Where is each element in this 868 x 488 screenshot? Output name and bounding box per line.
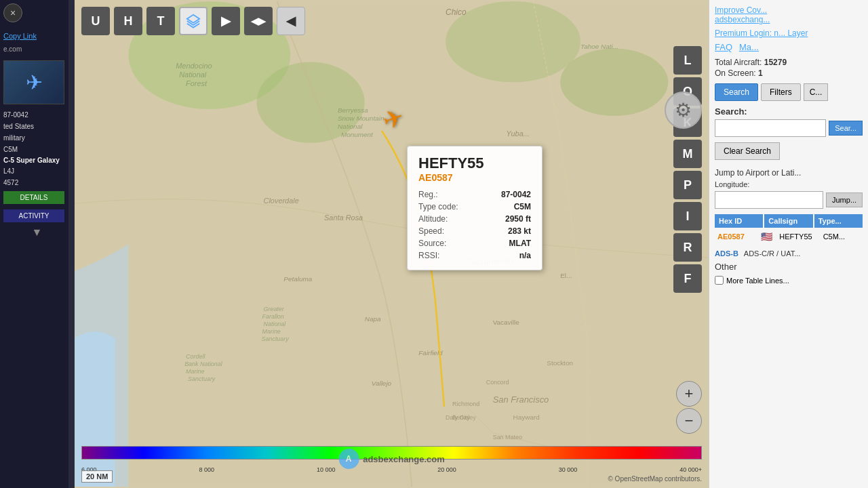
reg-info: 87-0042 bbox=[3, 110, 71, 119]
popup-speed-val: 283 kt bbox=[508, 226, 531, 236]
svg-text:San Francisco: San Francisco bbox=[493, 394, 549, 405]
svg-text:Vallejo: Vallejo bbox=[372, 380, 392, 387]
map-btn-r[interactable]: R bbox=[673, 233, 702, 262]
col-callsign[interactable]: Callsign bbox=[764, 214, 812, 228]
other-row: Other bbox=[715, 262, 863, 272]
longitude-label: Longitude: bbox=[715, 180, 863, 188]
svg-text:Napa: Napa bbox=[365, 315, 381, 323]
squawk-info: L4J bbox=[3, 167, 71, 176]
details-button[interactable]: DETAILS bbox=[3, 191, 64, 204]
filter-adsc[interactable]: ADS-C/R / UAT... bbox=[744, 249, 801, 258]
map-area[interactable]: Sacramento Santa Rosa Petaluma Napa Fair… bbox=[75, 0, 709, 488]
svg-text:Concord: Concord bbox=[486, 379, 509, 386]
svg-text:Yuba...: Yuba... bbox=[507, 129, 530, 138]
copy-link[interactable]: Copy Link bbox=[3, 30, 71, 41]
popup-alt-val: 2950 ft bbox=[505, 214, 531, 224]
premium-link[interactable]: Premium Login: n... Layer bbox=[715, 28, 863, 38]
map-terrain: Sacramento Santa Rosa Petaluma Napa Fair… bbox=[75, 0, 709, 488]
col-hexid[interactable]: Hex ID bbox=[715, 214, 763, 228]
cell-type: C5M... bbox=[821, 230, 863, 243]
other-tab[interactable]: C... bbox=[804, 83, 829, 101]
gear-button[interactable]: ⚙ bbox=[665, 92, 702, 129]
search-input[interactable] bbox=[715, 119, 826, 137]
search-button[interactable]: Sear... bbox=[829, 121, 863, 136]
map-btn-i[interactable]: I bbox=[673, 202, 702, 230]
filter-adsb[interactable]: ADS-B bbox=[715, 249, 738, 258]
zoom-out-button[interactable]: − bbox=[676, 408, 702, 434]
improve-link[interactable]: Improve Cov... bbox=[715, 5, 767, 15]
other-label: Other bbox=[715, 262, 737, 272]
btn-arrows[interactable]: ◀▶ bbox=[244, 7, 273, 35]
cell-hex: AE0587 bbox=[715, 230, 757, 243]
svg-text:Tahoe Nati...: Tahoe Nati... bbox=[580, 43, 618, 50]
scale-bar: 20 NM bbox=[81, 470, 113, 483]
typecode-info: C5M bbox=[3, 145, 71, 154]
map-btn-m[interactable]: M bbox=[673, 140, 702, 168]
aircraft-popup: HEFTY55 AE0587 Reg.: 87-0042 Type code: … bbox=[407, 146, 542, 270]
total-aircraft-val: 15279 bbox=[764, 58, 787, 67]
faq-link[interactable]: FAQ bbox=[715, 42, 732, 52]
map-btn-f[interactable]: F bbox=[673, 264, 702, 293]
cell-callsign: HEFTY55 bbox=[776, 230, 818, 243]
jump-button[interactable]: Jump... bbox=[826, 192, 863, 207]
main-tabs: Search Filters C... bbox=[715, 83, 863, 101]
nav-links: FAQ Ma... bbox=[715, 42, 863, 52]
popup-reg-val: 87-0042 bbox=[501, 190, 531, 199]
btn-collapse[interactable]: ◀ bbox=[277, 7, 305, 35]
ma-link[interactable]: Ma... bbox=[739, 42, 759, 52]
scroll-down-icon[interactable]: ▼ bbox=[3, 226, 71, 239]
table-header: Hex ID Callsign Type... bbox=[715, 214, 863, 228]
popup-reg-label: Reg.: bbox=[418, 190, 438, 199]
ads-link[interactable]: adsbexchang... bbox=[715, 15, 770, 24]
svg-text:Stockton: Stockton bbox=[547, 359, 573, 367]
svg-text:Petaluma: Petaluma bbox=[283, 275, 312, 283]
map-btn-l[interactable]: L bbox=[673, 46, 702, 75]
aircraft-thumbnail: ✈ bbox=[3, 60, 64, 104]
svg-text:El...: El... bbox=[560, 272, 572, 279]
jump-input[interactable] bbox=[715, 191, 823, 209]
more-table-lines[interactable]: More Table Lines... bbox=[715, 276, 863, 285]
scrollbar[interactable] bbox=[68, 0, 74, 488]
col-type[interactable]: Type... bbox=[814, 214, 863, 228]
svg-text:Chico: Chico bbox=[446, 7, 467, 17]
on-screen-val: 1 bbox=[758, 68, 763, 78]
popup-callsign: HEFTY55 bbox=[418, 155, 531, 172]
btn-t[interactable]: T bbox=[146, 7, 175, 35]
btn-next[interactable]: ▶ bbox=[212, 7, 240, 35]
more-table-checkbox[interactable] bbox=[715, 276, 724, 285]
filters-tab[interactable]: Filters bbox=[761, 83, 801, 101]
zoom-controls: + − bbox=[676, 381, 702, 434]
table-row[interactable]: AE0587 🇺🇸 HEFTY55 C5M... bbox=[715, 229, 863, 244]
svg-text:Berkeley: Berkeley bbox=[452, 414, 476, 421]
popup-source-val: MLAT bbox=[509, 239, 531, 248]
left-sidebar: × Copy Link e.com ✈ 87-0042 ted States m… bbox=[0, 0, 75, 488]
svg-text:Richmond: Richmond bbox=[452, 401, 479, 407]
more-table-label: More Table Lines... bbox=[726, 277, 789, 285]
clear-search-button[interactable]: Clear Search bbox=[715, 142, 780, 160]
stats-section: Total Aircraft: 15279 On Screen: 1 bbox=[715, 58, 863, 78]
btn-h[interactable]: H bbox=[114, 7, 142, 35]
jump-section-label: Jump to Airport or Lati... bbox=[715, 168, 863, 178]
btn-u[interactable]: U bbox=[81, 7, 110, 35]
map-btn-p[interactable]: P bbox=[673, 171, 702, 199]
close-button[interactable]: × bbox=[3, 3, 22, 22]
btn-layers[interactable] bbox=[179, 7, 208, 35]
svg-text:Fairfield: Fairfield bbox=[418, 349, 443, 357]
svg-text:San Mateo: San Mateo bbox=[493, 434, 522, 441]
map-top-controls: U H T ▶ ◀▶ ◀ bbox=[81, 7, 305, 35]
watermark-logo: A bbox=[338, 449, 359, 469]
top-links: Improve Cov... adsbexchang... bbox=[715, 5, 863, 24]
popup-alt-label: Altitude: bbox=[418, 214, 448, 224]
search-tab[interactable]: Search bbox=[715, 83, 758, 101]
zoom-in-button[interactable]: + bbox=[676, 381, 702, 407]
activity-button[interactable]: ACTIVITY bbox=[3, 209, 64, 222]
svg-text:Vacaville: Vacaville bbox=[493, 319, 520, 326]
attribution: © OpenStreetMap contributors. bbox=[608, 475, 702, 483]
name-info: C-5 Super Galaxy bbox=[3, 157, 71, 164]
popup-hexid: AE0587 bbox=[418, 172, 531, 183]
attribution-text: © OpenStreetMap contributors. bbox=[608, 475, 702, 483]
map-right-letter-buttons: L O K M P I R F bbox=[673, 46, 702, 293]
popup-speed-label: Speed: bbox=[418, 226, 444, 236]
total-aircraft-label: Total Aircraft: bbox=[715, 58, 762, 67]
search-label: Search: bbox=[715, 106, 863, 117]
